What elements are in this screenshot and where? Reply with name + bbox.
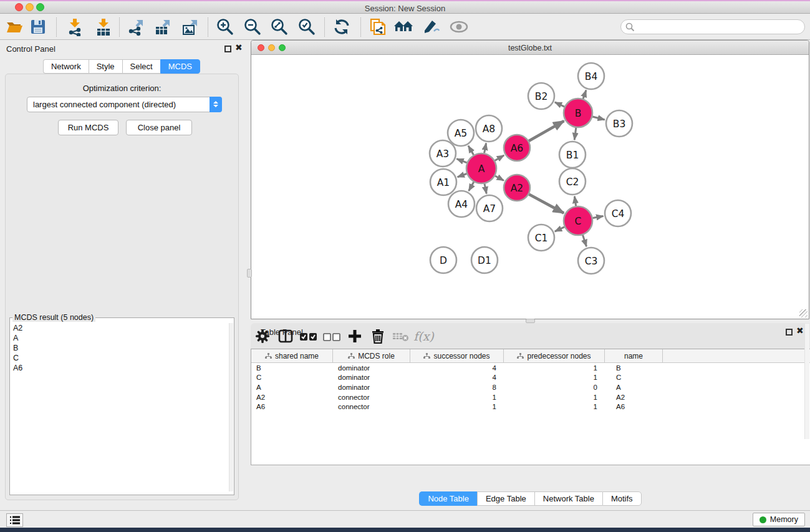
column-header-successor-nodes[interactable]: successor nodes: [410, 349, 504, 362]
import-table-icon[interactable]: [92, 16, 115, 38]
column-header-predecessor-nodes[interactable]: predecessor nodes: [504, 349, 605, 362]
network-canvas[interactable]: B4B2BB3A5A8A6A3B1AA1C2A2A4A7C4CC1C3DD1: [251, 55, 809, 319]
mcds-result-item[interactable]: C: [11, 353, 230, 363]
graph-edge-B-B4[interactable]: [583, 90, 586, 99]
column-header-MCDS-role[interactable]: MCDS role: [333, 349, 410, 362]
graph-edge-A-A7[interactable]: [485, 183, 486, 193]
export-table-icon[interactable]: [151, 16, 175, 38]
import-network-icon[interactable]: [63, 16, 87, 38]
graph-edge-A-A2[interactable]: [495, 176, 504, 181]
graph-node-B1[interactable]: B1: [559, 142, 586, 168]
graph-edge-A-A6[interactable]: [495, 155, 504, 160]
graph-node-C4[interactable]: C4: [605, 200, 631, 226]
graph-node-A6[interactable]: A6: [504, 135, 530, 161]
table-row[interactable]: Adominator80A: [251, 382, 810, 392]
graph-edge-C-C4[interactable]: [593, 216, 604, 218]
graph-edge-A-A5[interactable]: [468, 146, 473, 155]
mcds-result-scrollbar[interactable]: [229, 323, 233, 491]
delete-rows-icon[interactable]: [366, 328, 389, 344]
run-mcds-button[interactable]: Run MCDS: [58, 120, 118, 135]
criterion-dropdown[interactable]: largest connected component (directed): [27, 97, 222, 112]
graph-node-B4[interactable]: B4: [578, 63, 604, 89]
tab-style[interactable]: Style: [89, 59, 122, 74]
node-table-scrollbar[interactable]: [804, 324, 809, 439]
task-history-button[interactable]: [6, 513, 23, 527]
float-table-panel-icon[interactable]: [786, 329, 793, 336]
tab-select[interactable]: Select: [122, 59, 160, 74]
zoom-in-icon[interactable]: [213, 16, 237, 38]
graph-node-A8[interactable]: A8: [476, 115, 502, 142]
vertical-splitter-handle[interactable]: [247, 269, 252, 278]
graph-edge-A-A8[interactable]: [485, 143, 486, 153]
graph-edge-B-B2[interactable]: [555, 102, 564, 107]
mcds-result-item[interactable]: A: [11, 333, 230, 343]
graph-node-C1[interactable]: C1: [528, 225, 554, 251]
graph-edge-A-A1[interactable]: [458, 173, 467, 177]
graph-edge-C-C1[interactable]: [555, 227, 564, 231]
graph-node-D[interactable]: D: [430, 247, 456, 273]
memory-button[interactable]: Memory: [753, 513, 805, 526]
graph-edge-A6-B[interactable]: [529, 121, 564, 141]
graph-node-A7[interactable]: A7: [476, 195, 503, 221]
mcds-result-item[interactable]: B: [11, 343, 230, 353]
zoom-selected-icon[interactable]: [295, 16, 319, 38]
search-box[interactable]: [620, 19, 805, 34]
graph-node-C2[interactable]: C2: [559, 168, 586, 195]
tab-motifs[interactable]: Motifs: [602, 491, 642, 506]
add-row-icon[interactable]: [343, 328, 366, 344]
graph-edge-C-C2[interactable]: [574, 196, 576, 206]
close-table-panel-icon[interactable]: ✖: [796, 326, 804, 336]
table-row[interactable]: Cdominator41C: [251, 373, 810, 383]
show-graphics-details-icon[interactable]: [447, 16, 471, 38]
graph-edge-C-C3[interactable]: [582, 235, 586, 246]
duplicate-network-icon[interactable]: [366, 16, 390, 38]
graph-node-C[interactable]: C: [564, 206, 592, 235]
mcds-result-list[interactable]: A2ABCA6: [11, 323, 230, 491]
graph-node-C3[interactable]: C3: [578, 248, 604, 274]
graph-edge-B-B3[interactable]: [592, 117, 605, 120]
graph-node-A5[interactable]: A5: [448, 120, 474, 146]
search-input[interactable]: [635, 21, 804, 32]
tab-node-table[interactable]: Node Table: [419, 491, 477, 506]
graph-edge-B-B1[interactable]: [574, 128, 576, 140]
zoom-out-icon[interactable]: [241, 16, 264, 38]
home-views-icon[interactable]: [392, 16, 415, 38]
graph-node-A1[interactable]: A1: [430, 169, 456, 195]
tab-network-table[interactable]: Network Table: [534, 491, 602, 506]
close-panel-button[interactable]: Close panel: [126, 120, 192, 135]
tab-network[interactable]: Network: [43, 59, 89, 74]
column-header-shared-name[interactable]: shared name: [251, 349, 333, 362]
graph-node-A[interactable]: A: [466, 153, 496, 183]
table-row[interactable]: Bdominator41B: [251, 363, 810, 373]
deselect-all-rows-icon[interactable]: [320, 328, 343, 344]
export-network-icon[interactable]: [124, 16, 148, 38]
graph-edge-A2-C[interactable]: [529, 194, 564, 213]
zoom-fit-icon[interactable]: [268, 16, 291, 38]
graph-node-A3[interactable]: A3: [430, 140, 456, 167]
save-session-icon[interactable]: [26, 16, 50, 38]
close-panel-icon[interactable]: ✖: [235, 42, 243, 52]
export-image-icon[interactable]: [178, 16, 202, 38]
window-resize-grip[interactable]: [799, 309, 808, 317]
apply-layout-icon[interactable]: [330, 16, 354, 38]
open-session-icon[interactable]: [2, 16, 26, 38]
horizontal-splitter-handle[interactable]: [526, 319, 535, 323]
equation-builder-icon[interactable]: f(x): [412, 329, 435, 343]
graph-edge-A-A4[interactable]: [469, 182, 474, 191]
graph-node-A4[interactable]: A4: [448, 191, 475, 217]
tab-mcds[interactable]: MCDS: [160, 59, 200, 74]
float-panel-icon[interactable]: [224, 46, 231, 52]
mcds-result-item[interactable]: A6: [11, 363, 230, 373]
graph-node-B2[interactable]: B2: [528, 83, 554, 109]
column-header-name[interactable]: name: [605, 349, 663, 362]
delete-table-icon[interactable]: [389, 328, 412, 344]
table-row[interactable]: A6connector11A6: [251, 402, 810, 412]
hide-annotations-icon[interactable]: [419, 16, 443, 38]
graph-edge-A-A3[interactable]: [456, 159, 466, 163]
graph-node-A2[interactable]: A2: [504, 175, 530, 201]
graph-node-D1[interactable]: D1: [471, 247, 498, 273]
table-row[interactable]: A2connector11A2: [251, 392, 810, 402]
graph-node-B[interactable]: B: [564, 99, 592, 127]
mcds-result-item[interactable]: A2: [11, 323, 230, 333]
tab-edge-table[interactable]: Edge Table: [477, 491, 534, 506]
